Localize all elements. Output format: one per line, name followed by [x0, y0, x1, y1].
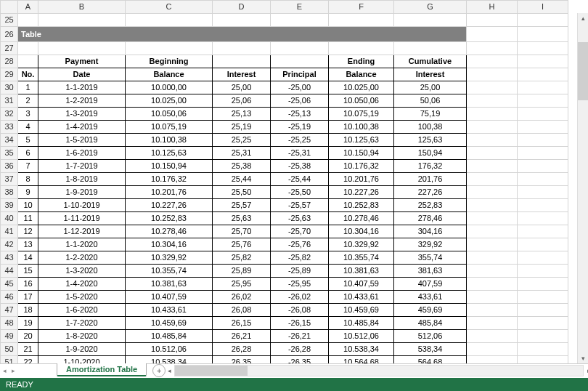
row-header[interactable]: 50	[1, 343, 18, 356]
cell-I38[interactable]	[518, 186, 568, 199]
horizontal-scrollbar[interactable]: ◂ ▸	[174, 365, 584, 376]
cell-H45[interactable]	[467, 278, 518, 291]
cell-D37[interactable]: 25,44	[213, 173, 271, 186]
cell-D39[interactable]: 25,57	[213, 199, 271, 212]
row-header[interactable]: 51	[1, 356, 18, 364]
cell-D27[interactable]	[213, 42, 271, 55]
cell-D31[interactable]: 25,06	[213, 94, 271, 108]
cell-G47[interactable]: 459,69	[394, 304, 467, 317]
scroll-left-icon[interactable]: ◂	[164, 366, 174, 376]
cell-F41[interactable]: 10.304,16	[329, 225, 394, 238]
cell-G31[interactable]: 50,06	[394, 94, 467, 108]
cell-C44[interactable]: 10.355,74	[126, 265, 213, 278]
cell-H50[interactable]	[467, 343, 518, 356]
cell-F48[interactable]: 10.485,84	[329, 317, 394, 330]
cell-G46[interactable]: 433,61	[394, 291, 467, 304]
cell-G30[interactable]: 25,00	[394, 81, 467, 94]
cell-G45[interactable]: 407,59	[394, 278, 467, 291]
cell-G25[interactable]	[394, 14, 467, 27]
cell-C39[interactable]: 10.227,26	[126, 199, 213, 212]
cell-I30[interactable]	[518, 81, 568, 94]
cell-E50[interactable]: -26,28	[271, 343, 329, 356]
cell-F43[interactable]: 10.355,74	[329, 251, 394, 265]
cell-B40[interactable]: 1-11-2019	[38, 212, 126, 225]
row-header[interactable]: 32	[1, 108, 18, 121]
cell-A45[interactable]: 16	[18, 278, 38, 291]
cell-E37[interactable]: -25,44	[271, 173, 329, 186]
row-header[interactable]: 30	[1, 81, 18, 94]
cell-A44[interactable]: 15	[18, 265, 38, 278]
row-header[interactable]: 45	[1, 278, 18, 291]
column-header-I[interactable]: I	[518, 1, 568, 14]
cell-A40[interactable]: 11	[18, 212, 38, 225]
row-header[interactable]: 44	[1, 265, 18, 278]
cell-C45[interactable]: 10.381,63	[126, 278, 213, 291]
cell-G41[interactable]: 304,16	[394, 225, 467, 238]
cell-C51[interactable]: 10.538,34	[126, 356, 213, 364]
cell-H29[interactable]	[467, 68, 518, 81]
cell-B46[interactable]: 1-5-2020	[38, 291, 126, 304]
cell-G48[interactable]: 485,84	[394, 317, 467, 330]
row-header[interactable]: 34	[1, 134, 18, 147]
cell-G35[interactable]: 150,94	[394, 147, 467, 160]
cell-H36[interactable]	[467, 160, 518, 173]
cell-F28[interactable]: Ending	[329, 55, 394, 68]
cell-A43[interactable]: 14	[18, 251, 38, 265]
cell-D50[interactable]: 26,28	[213, 343, 271, 356]
cell-H30[interactable]	[467, 81, 518, 94]
cell-F44[interactable]: 10.381,63	[329, 265, 394, 278]
cell-C30[interactable]: 10.000,00	[126, 81, 213, 94]
cell-H42[interactable]	[467, 238, 518, 251]
cell-A46[interactable]: 17	[18, 291, 38, 304]
cell-I51[interactable]	[518, 356, 568, 364]
cell-I40[interactable]	[518, 212, 568, 225]
cell-G29[interactable]: Interest	[394, 68, 467, 81]
cell-B34[interactable]: 1-5-2019	[38, 134, 126, 147]
cell-F50[interactable]: 10.538,34	[329, 343, 394, 356]
cell-H46[interactable]	[467, 291, 518, 304]
cell-H26[interactable]	[467, 27, 518, 42]
cell-I50[interactable]	[518, 343, 568, 356]
cell-G40[interactable]: 278,46	[394, 212, 467, 225]
cell-D41[interactable]: 25,70	[213, 225, 271, 238]
row-header[interactable]: 47	[1, 304, 18, 317]
cell-C48[interactable]: 10.459,69	[126, 317, 213, 330]
column-header-C[interactable]: C	[126, 1, 213, 14]
tab-nav-prev[interactable]: ◂	[0, 364, 9, 377]
cell-C27[interactable]	[126, 42, 213, 55]
cell-D33[interactable]: 25,19	[213, 121, 271, 134]
cell-F35[interactable]: 10.150,94	[329, 147, 394, 160]
cell-I25[interactable]	[518, 14, 568, 27]
cell-D35[interactable]: 25,31	[213, 147, 271, 160]
cell-I44[interactable]	[518, 265, 568, 278]
cell-E46[interactable]: -26,02	[271, 291, 329, 304]
grid-area[interactable]: ABCDEFGHI2526Table2728PaymentBeginningEn…	[0, 0, 588, 363]
cell-B41[interactable]: 1-12-2019	[38, 225, 126, 238]
cell-C35[interactable]: 10.125,63	[126, 147, 213, 160]
cell-D43[interactable]: 25,82	[213, 251, 271, 265]
cell-I37[interactable]	[518, 173, 568, 186]
row-header[interactable]: 39	[1, 199, 18, 212]
cell-F46[interactable]: 10.433,61	[329, 291, 394, 304]
cell-D40[interactable]: 25,63	[213, 212, 271, 225]
vertical-scrollbar[interactable]: ▴ ▾	[577, 13, 588, 363]
cell-F32[interactable]: 10.075,19	[329, 108, 394, 121]
row-header[interactable]: 31	[1, 94, 18, 108]
row-header[interactable]: 46	[1, 291, 18, 304]
cell-D42[interactable]: 25,76	[213, 238, 271, 251]
row-header[interactable]: 40	[1, 212, 18, 225]
row-header[interactable]: 29	[1, 68, 18, 81]
cell-F42[interactable]: 10.329,92	[329, 238, 394, 251]
row-header[interactable]: 33	[1, 121, 18, 134]
column-header-B[interactable]: B	[38, 1, 126, 14]
cell-F31[interactable]: 10.050,06	[329, 94, 394, 108]
cell-B33[interactable]: 1-4-2019	[38, 121, 126, 134]
cell-E34[interactable]: -25,25	[271, 134, 329, 147]
cell-B51[interactable]: 1-10-2020	[38, 356, 126, 364]
cell-F45[interactable]: 10.407,59	[329, 278, 394, 291]
column-header-D[interactable]: D	[213, 1, 271, 14]
cell-A27[interactable]	[18, 42, 38, 55]
row-header[interactable]: 25	[1, 14, 18, 27]
cell-E30[interactable]: -25,00	[271, 81, 329, 94]
cell-C40[interactable]: 10.252,83	[126, 212, 213, 225]
